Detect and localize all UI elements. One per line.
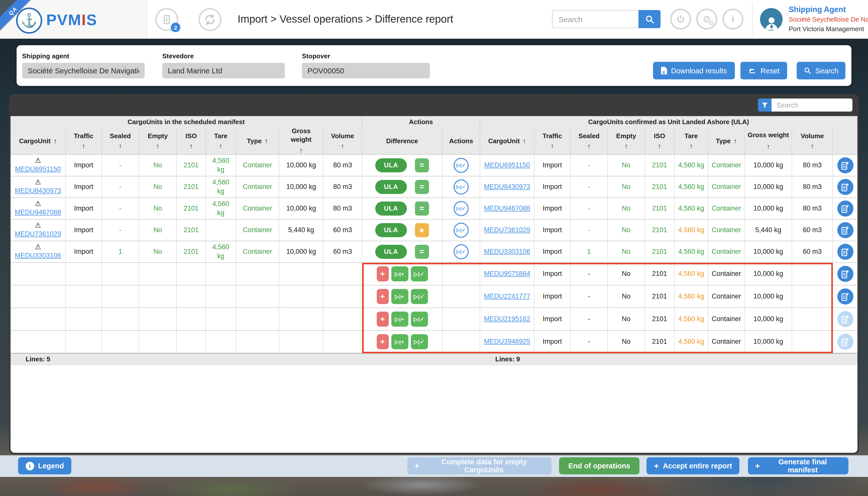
sort-arrow-icon[interactable]: ↑ [811,142,814,151]
confirm-arrival-button[interactable]: ▷|✓ [454,244,469,259]
column-header-gross-weight[interactable]: Gross weight↑ [745,128,792,155]
accept-and-confirm-button[interactable]: ▷|✓ [411,266,428,281]
edit-cargounit-button[interactable] [837,266,853,282]
generate-final-manifest-button[interactable]: + Generate final manifest [748,457,848,475]
accept-and-confirm-button[interactable]: ▷|✓ [411,289,428,304]
sort-arrow-icon[interactable]: ↑ [551,142,554,151]
edit-cargounit-button[interactable] [837,157,853,173]
column-header-tare[interactable]: Tare↑ [206,128,236,155]
cargounit-link[interactable]: MEDU3303106 [15,251,61,260]
ula-sealed-cell: - [571,155,608,176]
app-logo[interactable]: ⚓ [16,7,42,34]
confirm-arrival-button[interactable]: ▷|✓ [454,223,469,238]
cargounit-link[interactable]: MEDU2241777 [484,292,531,301]
global-search-input[interactable] [552,10,638,28]
edit-cargounit-button[interactable] [837,222,853,238]
accept-and-add-button[interactable]: ▷|+ [391,312,408,327]
accept-and-add-button[interactable]: ▷|+ [391,289,408,304]
column-header-iso[interactable]: ISO↑ [645,128,675,155]
column-header-sealed[interactable]: Sealed↑ [571,128,608,155]
sort-arrow-icon[interactable]: ↑ [82,142,85,151]
sort-arrow-icon[interactable]: ↑ [53,137,57,145]
stopover-input[interactable] [302,63,430,78]
sort-arrow-icon[interactable]: ↑ [265,137,268,145]
table-grid: CargoUnits in the scheduled manifestActi… [11,116,857,353]
accept-and-confirm-button[interactable]: ▷|✓ [411,312,428,327]
sort-arrow-icon[interactable]: ↑ [219,142,222,151]
accept-entire-report-button[interactable]: + Accept entire report [646,457,739,475]
column-header-traffic[interactable]: Traffic↑ [535,128,571,155]
reset-button[interactable]: Reset [740,62,787,79]
confirm-arrival-button[interactable]: ▷|✓ [454,201,469,216]
accept-and-add-button[interactable]: ▷|+ [391,334,408,349]
column-header-tare[interactable]: Tare↑ [675,128,708,155]
end-of-operations-button[interactable]: End of operations [559,457,640,475]
sort-arrow-icon[interactable]: ↑ [690,142,693,151]
shipping-agent-input[interactable] [22,63,145,78]
user-info[interactable]: Shipping Agent Société Seychelloise De N… [789,4,868,34]
search-button[interactable]: Search [797,62,846,79]
edit-cargounit-button[interactable] [837,289,853,305]
column-header-empty[interactable]: Empty↑ [139,128,177,155]
edit-cargounit-button[interactable] [837,179,853,195]
cargounit-link[interactable]: MEDU6951150 [484,161,530,170]
column-header-gross-weight[interactable]: Gross weight↑ [279,128,323,155]
add-cargounit-button[interactable]: + [377,334,389,349]
settings-button[interactable]: ⚙⚙ [696,9,717,30]
accept-and-add-button[interactable]: ▷|+ [391,266,408,281]
legend-button[interactable]: i Legend [18,457,71,475]
column-header-type[interactable]: Type↑ [236,128,279,155]
table-search-input[interactable] [772,98,852,111]
cargounit-link[interactable]: MEDU7361029 [484,226,531,234]
cargounit-link[interactable]: MEDU7361029 [15,230,61,238]
cargounit-link[interactable]: MEDU8430973 [484,182,531,191]
sort-arrow-icon[interactable]: ↑ [156,142,159,151]
manifest-nav-button[interactable]: 2 [155,8,178,31]
stevedore-input[interactable] [162,63,285,78]
column-header-volume[interactable]: Volume↑ [323,128,362,155]
sort-arrow-icon[interactable]: ↑ [341,142,344,151]
sort-arrow-icon[interactable]: ↑ [587,142,591,151]
column-header-empty[interactable]: Empty↑ [608,128,645,155]
confirm-arrival-button[interactable]: ▷|✓ [454,158,469,173]
global-search-button[interactable] [638,10,661,28]
column-header-cargounit[interactable]: CargoUnit↑ [480,128,535,155]
sort-arrow-icon[interactable]: ↑ [300,147,303,155]
ula-tare-cell: 4,560 kg [675,331,708,353]
refresh-button[interactable] [199,8,222,31]
cargounit-link[interactable]: MEDU9467088 [15,208,61,217]
logout-button[interactable] [670,9,691,30]
add-cargounit-button[interactable]: + [377,312,389,327]
confirm-arrival-button[interactable]: ▷|✓ [454,180,469,195]
add-cargounit-button[interactable]: + [377,266,389,281]
accept-and-confirm-button[interactable]: ▷|✓ [411,334,428,349]
column-header-cargounit[interactable]: CargoUnit↑ [11,128,66,155]
edit-cargounit-button[interactable] [837,244,853,260]
sort-arrow-icon[interactable]: ↑ [767,143,770,151]
avatar[interactable] [760,8,783,31]
cargounit-link[interactable]: MEDU3946925 [484,337,531,346]
download-results-button[interactable]: Download results [653,62,735,79]
sort-arrow-icon[interactable]: ↑ [625,142,628,151]
cargounit-link[interactable]: MEDU6951150 [15,165,61,174]
cargounit-link[interactable]: MEDU9467088 [484,204,531,213]
column-header-traffic[interactable]: Traffic↑ [66,128,102,155]
cargounit-link[interactable]: MEDU8430973 [15,186,61,195]
column-header-sealed[interactable]: Sealed↑ [102,128,139,155]
info-button[interactable]: i [722,9,743,30]
sort-arrow-icon[interactable]: ↑ [658,142,661,151]
manifest-empty-cell [139,308,177,331]
cargounit-link[interactable]: MEDU3303106 [484,247,531,256]
column-header-type[interactable]: Type↑ [708,128,745,155]
filter-button[interactable] [758,98,772,111]
column-header-iso[interactable]: ISO↑ [177,128,206,155]
cargounit-link[interactable]: MEDU9575884 [484,269,531,278]
sort-arrow-icon[interactable]: ↑ [733,137,737,145]
sort-arrow-icon[interactable]: ↑ [190,142,193,151]
edit-cargounit-button[interactable] [837,201,853,217]
column-header-volume[interactable]: Volume↑ [792,128,833,155]
cargounit-link[interactable]: MEDU2195162 [484,314,531,323]
add-cargounit-button[interactable]: + [377,289,389,304]
sort-arrow-icon[interactable]: ↑ [119,142,122,151]
sort-arrow-icon[interactable]: ↑ [523,137,526,145]
